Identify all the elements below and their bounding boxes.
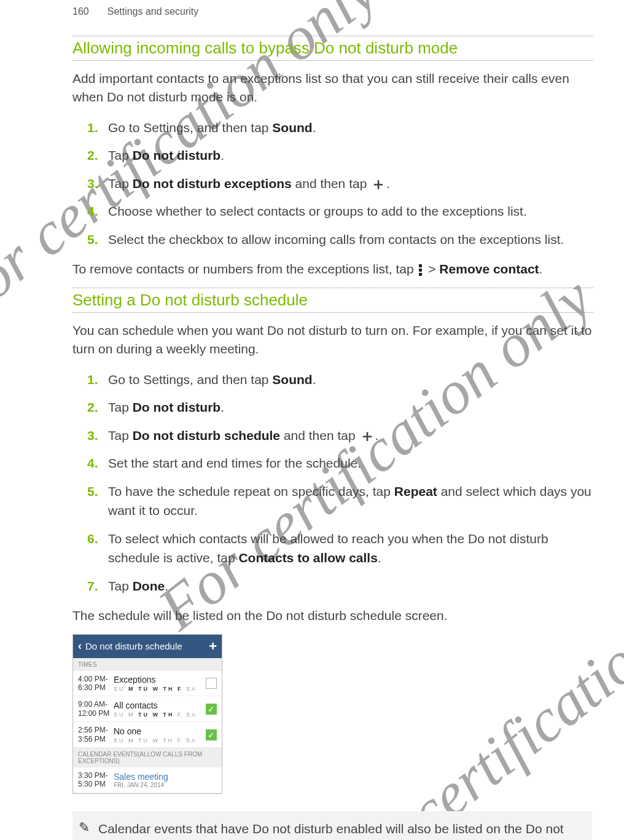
step-text: Go to Settings, and then tap — [108, 372, 272, 387]
days-indicator: SU M TU W TH F SA — [114, 712, 206, 718]
step-item: 5. To have the schedule repeat on specif… — [87, 482, 593, 520]
step-text: and then tap — [292, 176, 370, 190]
ui-term: Repeat — [394, 484, 437, 498]
step-text: . — [313, 120, 316, 135]
step-text: . — [220, 400, 224, 414]
calendar-name: Sales meeting — [114, 772, 217, 782]
page-header: 160 Settings and security — [0, 6, 624, 17]
section-title: Setting a Do not disturb schedule — [72, 291, 593, 310]
ui-term: Done — [133, 579, 165, 593]
back-icon: ‹ — [78, 640, 82, 653]
time-start: 3:30 PM- — [78, 771, 108, 780]
ui-term: Do not disturb schedule — [133, 428, 280, 442]
plus-icon: + — [209, 638, 217, 654]
phone-header: ‹ Do not disturb schedule + — [73, 635, 222, 658]
step-text: Choose whether to select contacts or gro… — [108, 204, 527, 218]
step-text: . — [378, 551, 381, 565]
step-item: 3. Tap Do not disturb exceptions and the… — [87, 174, 593, 194]
row-name: Exceptions — [114, 675, 206, 685]
step-text: . — [220, 148, 224, 162]
schedule-row: 9:00 AM-12:00 PM All contacts SU M TU W … — [73, 696, 222, 722]
page-number: 160 — [72, 6, 89, 17]
step-text: Tap — [108, 400, 133, 414]
section-label: TIMES — [73, 658, 222, 671]
time-end: 3:56 PM — [78, 735, 106, 744]
note-box: ✎ Calendar events that have Do not distu… — [72, 811, 592, 840]
ui-term: Sound — [272, 120, 312, 135]
step-item: 6. To select which contacts will be allo… — [87, 529, 593, 568]
schedule-row: 2:56 PM-3:56 PM No one SU M TU W TH F SA… — [73, 722, 222, 748]
ui-term: Do not disturb — [133, 148, 220, 162]
row-name: All contacts — [114, 701, 206, 710]
intro-text: You can schedule when you want Do not di… — [72, 321, 593, 359]
checkbox-icon — [206, 678, 217, 689]
pencil-icon: ✎ — [79, 820, 90, 840]
step-text: . — [313, 372, 316, 387]
step-text: Tap — [108, 176, 133, 190]
time-start: 9:00 AM- — [78, 700, 107, 709]
divider — [72, 60, 593, 61]
step-item: 2. Tap Do not disturb. — [87, 398, 593, 417]
section-label: CALENDAR EVENTS(ALLOW CALLS FROM EXCEPTI… — [73, 748, 222, 767]
outro-text: The schedule will be listed on the Do no… — [72, 606, 593, 625]
step-text: . — [165, 579, 168, 593]
ui-term: Remove contact — [439, 262, 539, 276]
calendar-row: 3:30 PM-5:30 PM Sales meeting FRI, JAN 2… — [73, 767, 222, 793]
step-item: 1. Go to Settings, and then tap Sound. — [87, 370, 593, 390]
checkbox-icon: ✓ — [206, 704, 217, 715]
divider — [72, 312, 593, 313]
step-item: 2. Tap Do not disturb. — [87, 146, 593, 165]
phone-title: Do not disturb schedule — [85, 641, 182, 651]
text: . — [539, 262, 543, 276]
step-text: Tap — [108, 579, 133, 593]
time-end: 5:30 PM — [78, 780, 106, 788]
schedule-row: 4:00 PM-6:30 PM Exceptions SU M TU W TH … — [73, 671, 222, 697]
step-item: 1. Go to Settings, and then tap Sound. — [87, 118, 593, 138]
time-end: 6:30 PM — [78, 683, 106, 692]
plus-icon: ＋ — [359, 428, 375, 444]
time-start: 4:00 PM- — [78, 675, 108, 683]
divider — [72, 36, 593, 36]
days-indicator: SU M TU W TH F SA — [114, 686, 206, 692]
step-item: 4. Set the start and end times for the s… — [87, 453, 593, 473]
section-title: Allowing incoming calls to bypass Do not… — [72, 39, 593, 58]
step-item: 5. Select the checkbox to allow incoming… — [87, 230, 593, 249]
row-name: No one — [114, 726, 206, 736]
step-list: 1. Go to Settings, and then tap Sound. 2… — [72, 118, 593, 249]
ui-term: Do not disturb — [133, 400, 220, 414]
step-text: To have the schedule repeat on specific … — [108, 484, 394, 498]
calendar-date: FRI, JAN 24, 2014 — [114, 782, 217, 788]
step-text: Set the start and end times for the sche… — [108, 456, 361, 470]
step-text: Select the checkbox to allow incoming ca… — [108, 232, 564, 246]
ui-term: Sound — [272, 372, 312, 387]
more-vert-icon — [419, 263, 423, 277]
step-text: and then tap — [280, 428, 359, 442]
days-indicator: SU M TU W TH F SA — [114, 737, 206, 744]
ui-term: Do not disturb exceptions — [133, 176, 292, 190]
step-text: Go to Settings, and then tap — [108, 120, 272, 135]
phone-screenshot: ‹ Do not disturb schedule + TIMES 4:00 P… — [72, 634, 222, 794]
divider — [72, 288, 593, 288]
breadcrumb: Settings and security — [107, 6, 199, 17]
step-item: 3. Tap Do not disturb schedule and then … — [87, 426, 593, 446]
plus-icon: ＋ — [370, 176, 386, 192]
step-list: 1. Go to Settings, and then tap Sound. 2… — [72, 370, 593, 596]
time-start: 2:56 PM- — [78, 726, 108, 734]
intro-text: Add important contacts to an exceptions … — [72, 69, 593, 107]
step-item: 7. Tap Done. — [87, 576, 593, 596]
step-text: Tap — [108, 148, 133, 162]
text: > — [424, 262, 439, 276]
outro-text: To remove contacts or numbers from the e… — [72, 260, 593, 278]
text: To remove contacts or numbers from the e… — [72, 262, 417, 276]
time-end: 12:00 PM — [78, 709, 109, 718]
checkbox-icon: ✓ — [206, 729, 217, 740]
step-text: Tap — [108, 428, 133, 442]
ui-term: Contacts to allow calls — [238, 551, 377, 565]
note-text: Calendar events that have Do not disturb… — [98, 820, 582, 840]
step-item: 4. Choose whether to select contacts or … — [87, 202, 593, 221]
